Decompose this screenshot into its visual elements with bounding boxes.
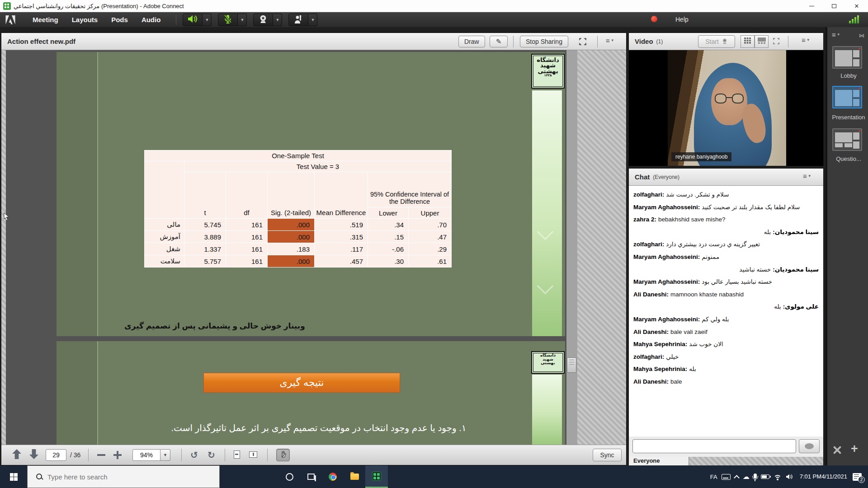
zoom-level-select[interactable]: 94% ▼ [132,449,170,461]
video-pod: Video (1) Start ≡▼ reyhane baniyagho [628,33,824,166]
connection-status-icon[interactable] [849,15,860,23]
zoom-out-button[interactable] [97,449,105,456]
hand-tool-button[interactable] [276,449,290,461]
rotate-left-icon[interactable]: ↺ [190,449,198,461]
slide-side-ribbon [532,375,562,445]
speaker-dropdown[interactable]: ▼ [203,14,212,26]
microphone-muted-button[interactable] [218,14,238,26]
cortana-button[interactable] [278,465,300,488]
layout-thumb-lobby[interactable] [832,46,862,69]
notification-center-icon[interactable]: 2 [853,473,862,481]
layout-label-questions[interactable]: Questio... [827,155,868,162]
microphone-tray-icon[interactable] [754,474,757,480]
chat-input[interactable] [632,439,796,453]
time-label: 7:01 PM [800,473,821,481]
slide-left-stripe [57,52,98,336]
adobe-connect-window: مركز تحقيقات روانشناسي اجتماعي (Presenta… [0,0,868,488]
participant-name-label: reyhane baniyaghoob [671,152,731,161]
spss-one-sample-test-table: One-Sample Test Test Value = 3 t df Sig.… [144,150,452,267]
minimize-button[interactable] [800,0,823,12]
tab-everyone[interactable]: Everyone [629,457,689,465]
filmstrip-view-button[interactable] [755,35,769,48]
shared-document-title: Action effect new.pdf [7,38,75,45]
share-scrollbar-thumb[interactable] [567,357,576,373]
raise-hand-dropdown[interactable]: ▼ [308,14,317,26]
battery-icon[interactable] [761,474,769,479]
onedrive-icon[interactable]: ☁ [743,473,750,481]
video-fullscreen-icon[interactable] [773,38,780,47]
show-hidden-icons-chevron[interactable] [735,474,739,480]
menu-layouts[interactable]: Layouts [72,16,98,23]
send-message-button[interactable] [799,439,820,453]
clock[interactable]: 7:01 PM 4/11/2021 [800,473,847,481]
add-layout-icon[interactable]: + [851,442,858,456]
webcam-button[interactable] [253,14,273,26]
chat-message: سینا محمودیان:خسته نباشید [633,267,819,273]
zoom-in-button[interactable] [113,449,122,459]
draw-button[interactable]: Draw [458,36,485,47]
pen-tool-button[interactable]: ✎ [490,36,508,47]
video-count: (1) [656,38,663,45]
speech-bubble-icon [805,443,814,449]
microphone-dropdown[interactable]: ▼ [238,14,247,26]
chat-message: علی مولوی:بله [633,304,819,310]
language-indicator[interactable]: FA [710,474,717,480]
file-explorer-button[interactable] [344,465,365,488]
fit-page-button[interactable] [250,449,256,459]
pen-icon: ✎ [496,38,502,46]
layouts-menu-icon[interactable]: ≡▼ [832,33,840,37]
chat-message: Maryam Aghahosseini:خسته نباشید بسیار عا… [633,279,819,285]
fullscreen-icon[interactable] [579,38,587,47]
chat-message: Mahya Sepehrinia:بله [633,366,819,372]
previous-page-button[interactable] [12,449,21,459]
speaker-button[interactable] [183,14,203,26]
layout-label-presentation[interactable]: Presentation [827,114,868,121]
taskbar-search[interactable] [27,465,220,488]
layout-thumb-questions[interactable] [832,128,862,151]
menu-pods[interactable]: Pods [111,16,128,23]
task-view-button[interactable] [300,465,322,488]
start-button[interactable] [0,465,27,488]
wifi-icon[interactable] [774,474,782,480]
keyboard-icon[interactable] [722,474,731,480]
adobe-connect-taskbar-icon [372,472,381,481]
notification-badge: 2 [858,476,865,483]
maximize-button[interactable] [823,0,845,12]
table-row: سلامت 5.757 161 .000 .457 .30 .61 [145,255,452,267]
slide-one-sample-test: دانشگاه شهید بهشتی ۱۳۳۸ O [57,52,565,336]
collapse-panel-icon[interactable]: ⋈ [859,33,864,39]
window-title: مركز تحقيقات روانشناسي اجتماعي (Presenta… [14,3,184,9]
share-scrollbar-track[interactable] [566,50,577,445]
table-row: آموزش 3.889 161 .000 .315 .15 .47 [145,231,452,243]
next-page-button[interactable] [29,449,38,459]
grid-view-button[interactable] [741,35,755,48]
system-tray: FA ☁ 7:01 PM 4/11/2021 2 [710,465,868,488]
zoom-dropdown-arrow[interactable]: ▼ [160,449,170,461]
chat-pod-menu-icon[interactable]: ≡▼ [803,174,811,178]
chat-message: سینا محمودیان:بله [633,229,819,235]
webcam-dropdown[interactable]: ▼ [273,14,282,26]
layout-label-lobby[interactable]: Lobby [827,72,868,79]
menu-help[interactable]: Help [675,16,689,23]
layout-tools-icon[interactable] [831,445,844,455]
chrome-button[interactable] [322,465,344,488]
layout-thumb-presentation[interactable] [832,86,862,108]
fit-width-button[interactable] [234,449,240,459]
chat-message-list[interactable]: zolfaghari:سلام و تشكر. درست شد Maryam A… [629,186,823,436]
col-header-lower: Lower [368,207,409,219]
page-number-input[interactable] [46,449,66,461]
chat-input-row [629,436,823,457]
adobe-connect-taskbar-button[interactable] [365,465,388,488]
share-pod-menu-icon[interactable]: ≡▼ [606,38,614,43]
close-button[interactable]: ✕ [845,0,868,12]
stop-sharing-button[interactable]: Stop Sharing [520,36,568,47]
start-webcam-button[interactable]: Start [698,35,735,48]
rotate-right-icon[interactable]: ↻ [208,449,215,461]
video-pod-menu-icon[interactable]: ≡▼ [802,38,810,42]
volume-icon[interactable] [786,474,793,480]
search-input[interactable] [47,473,197,481]
menu-meeting[interactable]: Meeting [33,16,58,23]
raise-hand-button[interactable] [288,14,308,26]
menu-audio[interactable]: Audio [142,16,161,23]
sync-button[interactable]: Sync [593,449,622,461]
